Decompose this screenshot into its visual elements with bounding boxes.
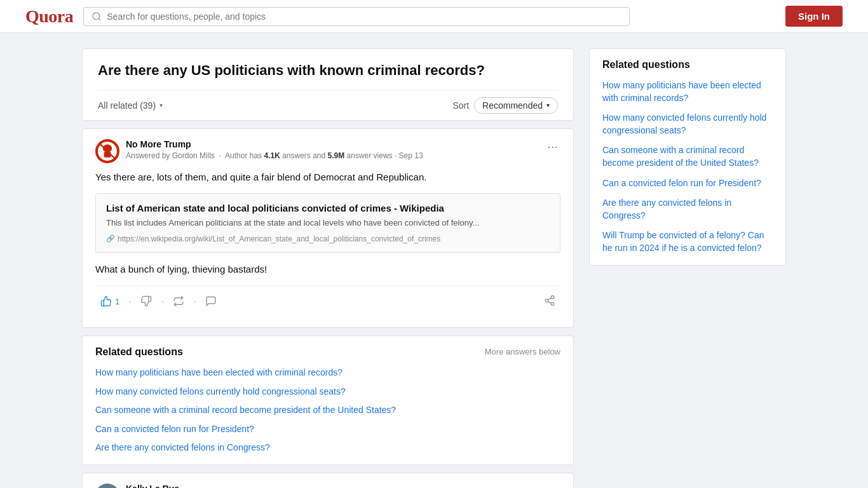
answer-card-1: No More Trump Answered by Gordon Mills ·… (82, 128, 574, 328)
search-input[interactable] (107, 11, 621, 22)
link-icon-1: 🔗 (106, 234, 115, 243)
action-bar-1: 1 · · · (95, 285, 560, 317)
upvote-button-1[interactable]: 1 (95, 292, 125, 311)
svg-line-1 (98, 18, 100, 20)
link-preview-url-1: 🔗 https://en.wikipedia.org/wiki/List_of_… (106, 234, 550, 243)
share-icon-1 (544, 295, 555, 306)
search-icon (92, 11, 102, 22)
list-item: Can someone with a criminal record becom… (602, 144, 773, 169)
chevron-down-icon: ▾ (159, 102, 163, 109)
header: Quora Sign In (0, 0, 868, 33)
list-item: Can a convicted felon run for President? (602, 177, 773, 190)
url-text-1: https://en.wikipedia.org/wiki/List_of_Am… (118, 234, 440, 243)
related-link-1[interactable]: How many politicians have been elected w… (95, 367, 342, 377)
all-related-label: All related (39) (98, 100, 156, 111)
sidebar-link-2[interactable]: How many convicted felons currently hold… (602, 112, 766, 135)
author-info-2: Kelly La Rue Have visited all four corne… (95, 484, 451, 488)
author-details-2: Kelly La Rue Have visited all four corne… (126, 484, 451, 488)
answer-header-2: Kelly La Rue Have visited all four corne… (95, 484, 560, 488)
svg-line-10 (548, 298, 551, 300)
link-preview-desc-1: This list includes American politicians … (106, 217, 550, 229)
filter-bar: All related (39) ▾ Sort Recommended ▾ (98, 90, 558, 120)
related-questions-list: How many politicians have been elected w… (95, 367, 560, 454)
avatar-1 (95, 139, 119, 163)
list-item: How many politicians have been elected w… (95, 367, 560, 379)
sidebar-link-5[interactable]: Are there any convicted felons in Congre… (602, 198, 731, 220)
upvote-icon-1 (100, 295, 112, 307)
author-name-2[interactable]: Kelly La Rue (126, 484, 451, 488)
question-title: Are there any US politicians with known … (98, 62, 558, 80)
upvote-count-1: 1 (115, 297, 119, 306)
search-bar[interactable] (83, 7, 630, 26)
svg-point-0 (93, 13, 100, 20)
more-options-button-2[interactable]: ··· (545, 484, 560, 488)
answer-text-1: Yes there are, lots of them, and quite a… (95, 170, 560, 184)
reshare-icon-1 (173, 295, 184, 307)
author-meta-1: Answered by Gordon Mills · Author has 4.… (126, 151, 423, 161)
downvote-button-1[interactable] (135, 292, 157, 311)
answer-quote-1: What a bunch of lying, thieving bastards… (95, 262, 560, 276)
action-sep-2: · (161, 295, 164, 308)
answers-count-1: 4.1K (264, 151, 280, 160)
sidebar-link-1[interactable]: How many politicians have been elected w… (602, 80, 761, 103)
related-link-4[interactable]: Can a convicted felon run for President? (95, 424, 254, 434)
avatar-2 (95, 484, 119, 488)
sort-label: Sort (452, 100, 469, 111)
sidebar-link-6[interactable]: Will Trump be convicted of a felony? Can… (602, 230, 764, 253)
author-name-1[interactable]: No More Trump (126, 139, 423, 149)
related-header-row: Related questions More answers below (95, 346, 560, 358)
related-link-3[interactable]: Can someone with a criminal record becom… (95, 405, 396, 415)
more-answers-label: More answers below (485, 347, 560, 356)
logo[interactable]: Quora (25, 6, 73, 27)
reshare-button-1[interactable] (168, 292, 189, 311)
sign-in-button[interactable]: Sign In (785, 6, 843, 27)
share-button-1[interactable] (539, 291, 560, 312)
author-details-1: No More Trump Answered by Gordon Mills ·… (126, 139, 423, 161)
sidebar-related-list: How many politicians have been elected w… (602, 79, 773, 255)
related-link-5[interactable]: Are there any convicted felons in Congre… (95, 442, 270, 452)
content-area: Are there any US politicians with known … (82, 48, 574, 488)
list-item: Can someone with a criminal record becom… (95, 404, 560, 417)
svg-point-8 (551, 302, 554, 306)
downvote-icon-1 (140, 295, 152, 307)
answer-header-1: No More Trump Answered by Gordon Mills ·… (95, 139, 560, 163)
comment-button-1[interactable] (200, 292, 222, 311)
list-item: Can a convicted felon run for President? (95, 423, 560, 436)
action-sep-3: · (193, 295, 196, 308)
list-item: Will Trump be convicted of a felony? Can… (602, 229, 773, 254)
list-item: Are there any convicted felons in Congre… (95, 442, 560, 454)
sidebar-title: Related questions (602, 59, 773, 71)
sidebar-link-4[interactable]: Can a convicted felon run for President? (602, 178, 761, 188)
author-info-1: No More Trump Answered by Gordon Mills ·… (95, 139, 423, 163)
main-container: Are there any US politicians with known … (72, 33, 796, 488)
chevron-down-icon: ▾ (546, 102, 550, 109)
sidebar-card: Related questions How many politicians h… (589, 48, 786, 266)
views-count-1: 5.9M (328, 151, 345, 160)
related-questions-title: Related questions (95, 346, 183, 358)
more-options-button-1[interactable]: ··· (545, 139, 560, 154)
svg-point-7 (545, 299, 548, 302)
sort-value: Recommended (482, 100, 543, 111)
sidebar-link-3[interactable]: Can someone with a criminal record becom… (602, 145, 759, 168)
comment-icon-1 (205, 295, 217, 307)
answer-date-1: Sep 13 (399, 151, 423, 160)
link-preview-1[interactable]: List of American state and local politic… (95, 193, 560, 253)
svg-point-6 (551, 295, 554, 299)
list-item: How many convicted felons currently hold… (95, 386, 560, 398)
question-card: Are there any US politicians with known … (82, 48, 574, 121)
list-item: How many convicted felons currently hold… (602, 112, 773, 137)
svg-line-9 (548, 301, 551, 303)
sort-dropdown[interactable]: Recommended ▾ (474, 97, 558, 114)
list-item: How many politicians have been elected w… (602, 79, 773, 104)
answered-by-label: Answered by Gordon Mills (126, 151, 215, 160)
sort-area: Sort Recommended ▾ (452, 97, 558, 114)
link-preview-title-1: List of American state and local politic… (106, 203, 550, 214)
sidebar: Related questions How many politicians h… (589, 48, 786, 266)
related-link-2[interactable]: How many convicted felons currently hold… (95, 386, 346, 396)
action-sep-1: · (128, 295, 132, 308)
list-item: Are there any convicted felons in Congre… (602, 197, 773, 222)
all-related-filter[interactable]: All related (39) ▾ (98, 100, 163, 111)
answer-card-2: Kelly La Rue Have visited all four corne… (82, 473, 574, 488)
related-card-inline: Related questions More answers below How… (82, 336, 574, 465)
